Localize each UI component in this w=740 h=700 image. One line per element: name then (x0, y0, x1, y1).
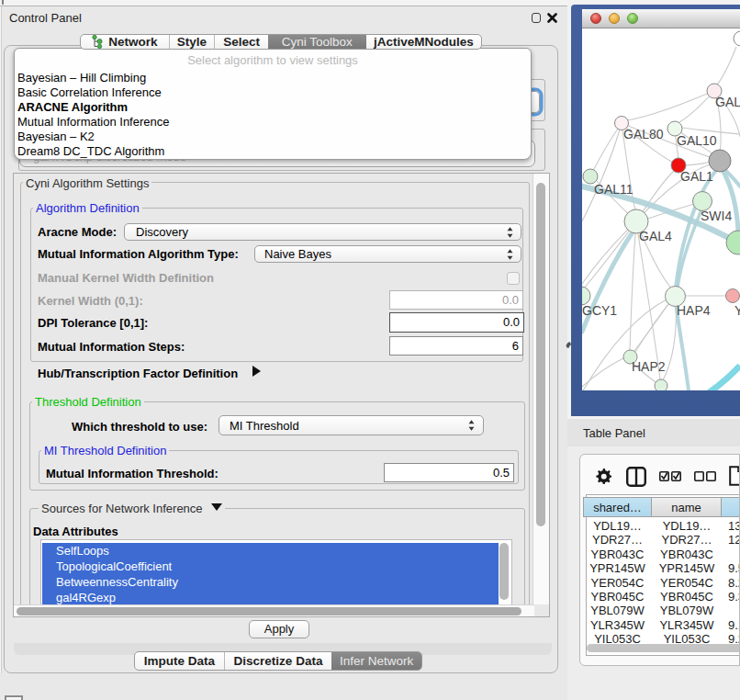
svg-text:GCY1: GCY1 (582, 303, 617, 318)
svg-text:HAP2: HAP2 (632, 359, 666, 374)
svg-text:GAL1: GAL1 (680, 169, 713, 184)
svg-text:HAP4: HAP4 (677, 303, 711, 318)
svg-text:SWI4: SWI4 (701, 209, 732, 223)
svg-text:GAL10: GAL10 (677, 133, 717, 148)
svg-text:Y: Y (734, 303, 740, 318)
svg-text:GAL11: GAL11 (594, 182, 633, 197)
svg-text:GAL80: GAL80 (623, 127, 664, 141)
svg-text:GAL4: GAL4 (639, 229, 672, 243)
svg-text:GAL7: GAL7 (715, 95, 740, 109)
